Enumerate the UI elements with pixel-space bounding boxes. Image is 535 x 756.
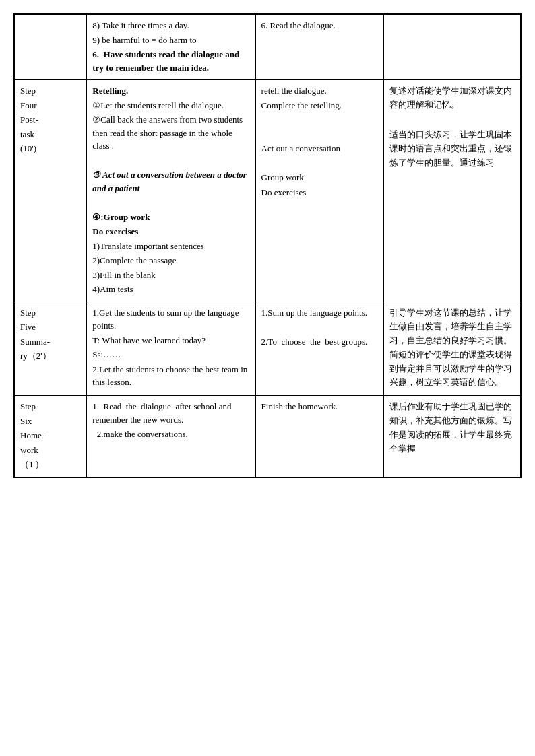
step-label: Step [20,400,81,413]
teacher-text: ④:Group work [92,211,249,224]
teacher-cell: Retelling. ①Let the students retell the … [87,80,255,302]
teacher-text: 1)Translate important sentences [92,240,249,253]
step-label: Summa- [20,335,81,349]
teacher-text: ③ Act out a conversation between a docto… [92,168,249,195]
teacher-text: ①Let the students retell the dialogue. [92,99,249,112]
step-label: （1'） [20,458,81,471]
student-text: Act out a conversation [261,142,379,156]
student-text [261,128,379,141]
student-text: Complete the retelling. [261,99,379,112]
teacher-text: Retelling. [92,84,249,98]
step-cell: Step Five Summa- ry（2'） [15,302,87,396]
teacher-text: 1. Read the dialogue after school and re… [92,400,249,426]
teacher-text: 3)Fill in the blank [92,269,249,282]
step-label: Step [20,84,81,98]
student-text: retell the dialogue. [261,84,379,98]
student-cell: retell the dialogue. Complete the retell… [255,80,384,302]
step-label: (10') [20,142,81,156]
student-cell: 6. Read the dialogue. [255,15,384,80]
student-text [261,113,379,127]
teacher-text: 9) be harmful to = do harm to [92,34,249,47]
teacher-text: 1.Get the students to sum up the languag… [92,306,249,333]
step-label: Home- [20,429,81,442]
teacher-text: 2.Let the students to choose the best te… [92,363,249,389]
student-text: Finish the homework. [261,400,379,413]
table-row: 8) Take it three times a day. 9) be harm… [15,15,521,80]
student-cell: Finish the homework. [255,396,384,477]
teacher-text: Ss:…… [92,348,249,362]
teacher-cell: 8) Take it three times a day. 9) be harm… [87,15,255,80]
purpose-cell: 课后作业有助于学生巩固已学的知识，补充其他方面的锻炼。写作是阅读的拓展，让学生最… [384,396,521,477]
purpose-spacer [389,114,515,127]
student-text [261,157,379,170]
student-text: 1.Sum up the language points. [261,306,379,320]
step-label: Six [20,415,81,428]
teacher-text: Do exercises [92,225,249,238]
student-text: Group work [261,171,379,184]
purpose-text: 适当的口头练习，让学生巩固本课时的语言点和突出重点，还锻炼了学生的胆量。通过练习 [389,128,515,170]
step-label: ry（2'） [20,349,81,363]
teacher-cell: 1.Get the students to sum up the languag… [87,302,255,396]
page: 8) Take it three times a day. 9) be harm… [13,13,522,478]
step-label: Step [20,306,81,320]
step-cell: Step Four Post- task (10') [15,80,87,302]
teacher-text: T: What have we learned today? [92,334,249,347]
student-text [261,320,379,334]
teacher-text: 8) Take it three times a day. [92,19,249,32]
teacher-cell: 1. Read the dialogue after school and re… [87,396,255,477]
table-row: Step Six Home- work （1'） 1. Read the dia… [15,396,521,477]
step-label: Five [20,320,81,334]
teacher-text [92,196,249,209]
student-text: Do exercises [261,186,379,199]
teacher-text: 6. Have students read the dialogue and t… [92,48,249,74]
student-text: 6. Read the dialogue. [261,19,379,32]
purpose-text: 课后作业有助于学生巩固已学的知识，补充其他方面的锻炼。写作是阅读的拓展，让学生最… [389,400,515,456]
step-cell: Step Six Home- work （1'） [15,396,87,477]
step-cell [15,15,87,80]
step-label: Post- [20,113,81,127]
table-row: Step Four Post- task (10') Retelling. ①L… [15,80,521,302]
purpose-text: 复述对话能使学生加深对课文内容的理解和记忆。 [389,84,515,112]
teacher-text: 2)Complete the passage [92,254,249,267]
table-row: Step Five Summa- ry（2'） 1.Get the studen… [15,302,521,396]
step-label: task [20,128,81,141]
student-cell: 1.Sum up the language points. 2.To choos… [255,302,384,396]
teacher-text: ②Call back the answers from two students… [92,113,249,153]
teacher-text: 2.make the conversations. [92,427,249,441]
teacher-text [92,154,249,168]
step-label: work [20,444,81,457]
purpose-text: 引导学生对这节课的总结，让学生做自由发言，培养学生自主学习，自主总结的良好学习习… [389,306,515,390]
student-text: 2.To choose the best groups. [261,335,379,349]
step-label: Four [20,99,81,112]
purpose-cell: 引导学生对这节课的总结，让学生做自由发言，培养学生自主学习，自主总结的良好学习习… [384,302,521,396]
main-table-container: 8) Take it three times a day. 9) be harm… [13,13,522,478]
lesson-plan-table: 8) Take it three times a day. 9) be harm… [14,14,521,477]
teacher-text: 4)Aim tests [92,283,249,296]
purpose-cell: 复述对话能使学生加深对课文内容的理解和记忆。 适当的口头练习，让学生巩固本课时的… [384,80,521,302]
purpose-cell [384,15,521,80]
